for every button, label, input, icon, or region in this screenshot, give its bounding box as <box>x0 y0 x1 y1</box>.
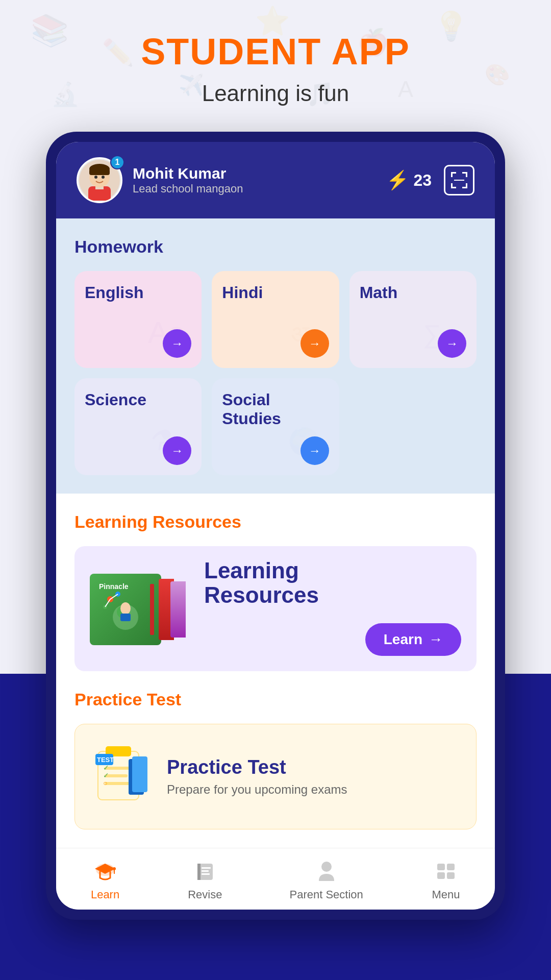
notification-badge: 1 <box>110 155 124 169</box>
subjects-row2: Science ⚗ → Social Studies <box>74 378 477 475</box>
subject-name-math: Math <box>360 283 466 302</box>
svg-rect-65 <box>447 864 455 870</box>
svg-rect-23 <box>451 183 453 188</box>
svg-rect-59 <box>197 864 201 880</box>
practice-card[interactable]: ✓ ✓ ○ TEST Practice Test <box>74 724 477 829</box>
social-arrow[interactable]: → <box>300 436 329 465</box>
menu-nav-label: Menu <box>432 888 460 901</box>
parent-nav-label: Parent Section <box>290 888 363 901</box>
nav-item-learn[interactable]: Learn <box>80 859 131 901</box>
revise-nav-icon <box>190 859 220 884</box>
science-arrow[interactable]: → <box>163 436 191 465</box>
svg-rect-35 <box>120 614 131 621</box>
subjects-grid: English Aa → Hindi अ <box>74 271 477 368</box>
english-arrow[interactable]: → <box>163 329 191 358</box>
subject-card-math[interactable]: Math ∑÷ → <box>349 271 477 368</box>
user-details: Mohit Kumar Lead school mangaon <box>133 165 243 195</box>
streak-count: 23 <box>413 171 432 190</box>
homework-section-title: Homework <box>74 237 477 257</box>
learning-resources-title: Learning Resources <box>74 512 477 532</box>
phone-frame: 1 Mohit Kumar Lead school mangaon ⚡ 23 <box>46 132 505 920</box>
resource-title: Learning Resources <box>204 558 461 608</box>
practice-test-section: Practice Test ✓ ✓ <box>56 690 495 848</box>
learning-resources-section: Learning Resources <box>56 494 495 690</box>
svg-text:✓: ✓ <box>103 771 109 779</box>
svg-point-16 <box>94 176 97 179</box>
svg-rect-62 <box>202 873 210 875</box>
homework-section: Homework English Aa → Hind <box>56 218 495 494</box>
subject-card-hindi[interactable]: Hindi अ → <box>212 271 339 368</box>
svg-rect-54 <box>132 756 147 792</box>
svg-rect-15 <box>89 169 110 175</box>
svg-rect-64 <box>437 864 445 870</box>
subject-card-social[interactable]: Social Studies 🌍 → <box>212 378 339 475</box>
practice-card-title: Practice Test <box>167 756 461 778</box>
svg-rect-67 <box>447 872 455 879</box>
svg-rect-60 <box>202 867 211 869</box>
svg-rect-66 <box>437 872 445 879</box>
svg-text:○: ○ <box>103 779 107 787</box>
svg-rect-57 <box>114 869 115 874</box>
learn-button[interactable]: Learn → <box>365 623 461 656</box>
svg-rect-25 <box>466 183 467 188</box>
practice-icon: ✓ ✓ ○ TEST <box>90 739 152 815</box>
streak-badge: ⚡ 23 <box>386 169 432 191</box>
resource-info: Learning Resources Learn → <box>204 558 461 656</box>
practice-card-subtitle: Prepare for you upcoming exams <box>167 782 461 797</box>
app-header: 1 Mohit Kumar Lead school mangaon ⚡ 23 <box>56 142 495 218</box>
subject-card-english[interactable]: English Aa → <box>74 271 202 368</box>
subject-name-english: English <box>85 283 191 302</box>
avatar-wrapper: 1 <box>77 157 122 203</box>
header-right: ⚡ 23 <box>386 165 474 195</box>
nav-item-revise[interactable]: Revise <box>178 859 232 901</box>
practice-test-title: Practice Test <box>74 690 477 709</box>
hindi-arrow[interactable]: → <box>300 329 329 358</box>
svg-text:Pinnacle: Pinnacle <box>99 582 129 591</box>
svg-rect-21 <box>466 172 467 177</box>
svg-point-34 <box>120 602 131 615</box>
subject-card-science[interactable]: Science ⚗ → <box>74 378 202 475</box>
phone-inner: 1 Mohit Kumar Lead school mangaon ⚡ 23 <box>56 142 495 910</box>
subject-name-science: Science <box>85 390 191 409</box>
svg-rect-47 <box>105 782 130 785</box>
empty-slot <box>349 378 477 475</box>
bottom-nav: Learn Revise <box>56 848 495 910</box>
purple-book-spine <box>170 581 186 638</box>
svg-point-63 <box>321 862 332 872</box>
user-name: Mohit Kumar <box>133 165 243 182</box>
resource-books: Pinnacle <box>90 569 192 645</box>
math-arrow[interactable]: → <box>438 329 466 358</box>
scan-icon[interactable] <box>444 165 474 195</box>
app-subtitle: Learning is fun <box>202 81 349 106</box>
svg-rect-19 <box>451 172 453 177</box>
parent-nav-icon <box>311 859 342 884</box>
menu-nav-icon <box>431 859 461 884</box>
user-school: Lead school mangaon <box>133 182 243 195</box>
learn-nav-icon <box>90 859 120 884</box>
nav-item-menu[interactable]: Menu <box>420 859 471 901</box>
user-info: 1 Mohit Kumar Lead school mangaon <box>77 157 243 203</box>
subject-name-social: Social Studies <box>222 390 329 428</box>
svg-point-17 <box>102 176 105 179</box>
practice-info: Practice Test Prepare for you upcoming e… <box>167 756 461 797</box>
svg-rect-61 <box>202 870 209 872</box>
green-book: Pinnacle <box>90 574 161 645</box>
app-title: STUDENT APP <box>141 31 410 72</box>
lightning-icon: ⚡ <box>386 169 409 191</box>
svg-rect-26 <box>454 180 464 181</box>
nav-item-parent[interactable]: Parent Section <box>280 859 373 901</box>
learn-nav-label: Learn <box>91 888 119 901</box>
subject-name-hindi: Hindi <box>222 283 329 302</box>
svg-rect-42 <box>150 584 154 635</box>
resource-card[interactable]: Pinnacle Learning Resources <box>74 546 477 671</box>
revise-nav-label: Revise <box>188 888 222 901</box>
svg-text:TEST: TEST <box>97 756 114 764</box>
